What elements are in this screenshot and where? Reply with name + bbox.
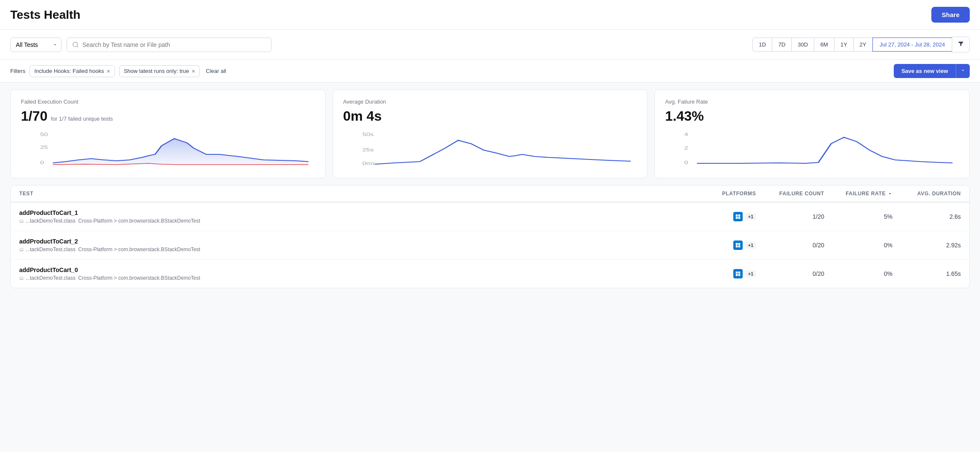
windows-icon-1 (733, 212, 743, 221)
svg-text:50s: 50s (362, 132, 374, 137)
filters-label: Filters (10, 68, 25, 74)
all-tests-select[interactable]: All Tests (10, 38, 61, 52)
metric-value-failure-rate: 1.43% (665, 108, 959, 124)
platforms-extra-3: +1 (745, 270, 756, 277)
table-row: addProductToCart_0 🗂 ...tackDemoTest.cla… (11, 260, 969, 288)
platforms-extra-1: +1 (745, 213, 756, 220)
test-path-3: 🗂 ...tackDemoTest.class Cross-Platform >… (19, 275, 688, 281)
avg-duration-3: 1.65s (892, 270, 961, 277)
search-box (67, 38, 271, 52)
time-controls: 1D 7D 30D 6M 1Y 2Y Jul 27, 2024 - Jul 28… (753, 37, 970, 52)
folder-icon-3: 🗂 (19, 275, 24, 281)
svg-text:0ms: 0ms (362, 161, 376, 166)
table-row: addProductToCart_1 🗂 ...tackDemoTest.cla… (11, 203, 969, 231)
metric-label-failure-rate: Avg. Failure Rate (665, 99, 959, 105)
test-path-1: 🗂 ...tackDemoTest.class Cross-Platform >… (19, 218, 688, 224)
svg-line-1 (77, 46, 78, 47)
time-2y[interactable]: 2Y (853, 38, 873, 52)
chevron-down-icon (960, 68, 965, 73)
filter-chip-latest-text: Show latest runs only: true (124, 68, 189, 74)
page-title: Tests Health (10, 8, 80, 22)
search-input[interactable] (82, 41, 266, 48)
clear-all-button[interactable]: Clear all (206, 68, 226, 74)
test-name-1: addProductToCart_1 (19, 209, 688, 216)
platforms-1: +1 (688, 212, 756, 221)
sort-icon (887, 191, 892, 196)
time-7d[interactable]: 7D (772, 38, 792, 52)
apple-icon-2 (721, 240, 731, 250)
time-1d[interactable]: 1D (752, 38, 773, 52)
metric-card-failed-exec: Failed Execution Count 1/70 for 1/7 fail… (10, 90, 326, 178)
failure-count-1: 1/20 (756, 213, 824, 220)
time-30d[interactable]: 30D (791, 38, 814, 52)
filters-bar: Filters Include Hooks: Failed hooks × Sh… (0, 60, 980, 83)
test-path-2: 🗂 ...tackDemoTest.class Cross-Platform >… (19, 246, 688, 252)
save-view-group: Save as new view (894, 64, 970, 78)
failure-count-3: 0/20 (756, 270, 824, 277)
svg-text:4: 4 (684, 132, 688, 137)
platforms-2: +1 (688, 240, 756, 250)
col-platforms: PLATFORMS (688, 191, 756, 197)
folder-icon-2: 🗂 (19, 247, 24, 252)
platforms-extra-2: +1 (745, 242, 756, 249)
svg-text:2: 2 (684, 145, 688, 151)
avg-duration-1: 2.6s (892, 213, 961, 220)
time-1y[interactable]: 1Y (834, 38, 854, 52)
svg-text:0: 0 (684, 160, 688, 165)
svg-text:50: 50 (40, 132, 48, 137)
date-range-button[interactable]: Jul 27, 2024 - Jul 28, 2024 (872, 38, 952, 52)
windows-icon-3 (733, 269, 743, 278)
test-info-1: addProductToCart_1 🗂 ...tackDemoTest.cla… (19, 209, 688, 224)
svg-text:25: 25 (40, 145, 48, 150)
windows-icon-2 (733, 240, 743, 250)
metric-label-avg-duration: Average Duration (343, 99, 637, 105)
metric-chart-failed-exec: 50 25 0 (21, 131, 315, 169)
metric-label-failed-exec: Failed Execution Count (21, 99, 315, 105)
filter-icon-button[interactable] (952, 37, 970, 52)
metric-sub-failed-exec: for 1/7 failed unique tests (51, 116, 113, 122)
table-header: TEST PLATFORMS FAILURE COUNT FAILURE RAT… (11, 185, 969, 203)
metric-chart-avg-duration: 50s 25s 0ms (343, 131, 637, 169)
share-button[interactable]: Share (931, 7, 970, 23)
metric-value-avg-duration: 0m 4s (343, 108, 637, 124)
search-icon (72, 41, 79, 48)
test-info-3: addProductToCart_0 🗂 ...tackDemoTest.cla… (19, 267, 688, 281)
filter-chip-latest-remove[interactable]: × (192, 68, 195, 75)
top-bar: Tests Health Share (0, 0, 980, 30)
time-6m[interactable]: 6M (814, 38, 834, 52)
col-failure-rate[interactable]: FAILURE RATE (824, 191, 892, 197)
apple-icon-1 (721, 212, 731, 221)
failure-rate-2: 0% (824, 242, 892, 249)
tests-table: TEST PLATFORMS FAILURE COUNT FAILURE RAT… (10, 185, 970, 288)
filter-chip-hooks-remove[interactable]: × (107, 68, 110, 75)
test-info-2: addProductToCart_2 🗂 ...tackDemoTest.cla… (19, 238, 688, 252)
folder-icon-1: 🗂 (19, 218, 24, 223)
col-avg-duration: AVG. DURATION (892, 191, 961, 197)
funnel-icon (957, 41, 964, 47)
filter-chip-hooks: Include Hooks: Failed hooks × (29, 65, 115, 77)
metric-value-failed-exec: 1/70 (21, 108, 47, 124)
failure-rate-3: 0% (824, 270, 892, 277)
col-test: TEST (19, 191, 688, 197)
save-view-dropdown-button[interactable] (956, 64, 970, 78)
test-name-2: addProductToCart_2 (19, 238, 688, 245)
col-failure-count: FAILURE COUNT (756, 191, 824, 197)
metric-card-avg-duration: Average Duration 0m 4s 50s 25s 0ms (332, 90, 648, 178)
apple-icon-3 (721, 269, 731, 278)
toolbar: All Tests 1D 7D 30D 6M 1Y 2Y Jul 27, 202… (0, 30, 980, 60)
filter-chip-latest: Show latest runs only: true × (119, 65, 200, 77)
metrics-row: Failed Execution Count 1/70 for 1/7 fail… (0, 83, 980, 185)
filter-chip-hooks-text: Include Hooks: Failed hooks (34, 68, 104, 74)
failure-count-2: 0/20 (756, 242, 824, 249)
save-view-button[interactable]: Save as new view (894, 64, 956, 78)
metric-chart-failure-rate: 4 2 0 (665, 131, 959, 169)
platforms-3: +1 (688, 269, 756, 278)
avg-duration-2: 2.92s (892, 242, 961, 249)
table-row: addProductToCart_2 🗂 ...tackDemoTest.cla… (11, 231, 969, 260)
svg-point-0 (73, 42, 78, 47)
svg-text:0: 0 (40, 160, 44, 165)
svg-text:25s: 25s (362, 147, 374, 153)
metric-card-failure-rate: Avg. Failure Rate 1.43% 4 2 0 (654, 90, 970, 178)
test-name-3: addProductToCart_0 (19, 267, 688, 273)
failure-rate-1: 5% (824, 213, 892, 220)
